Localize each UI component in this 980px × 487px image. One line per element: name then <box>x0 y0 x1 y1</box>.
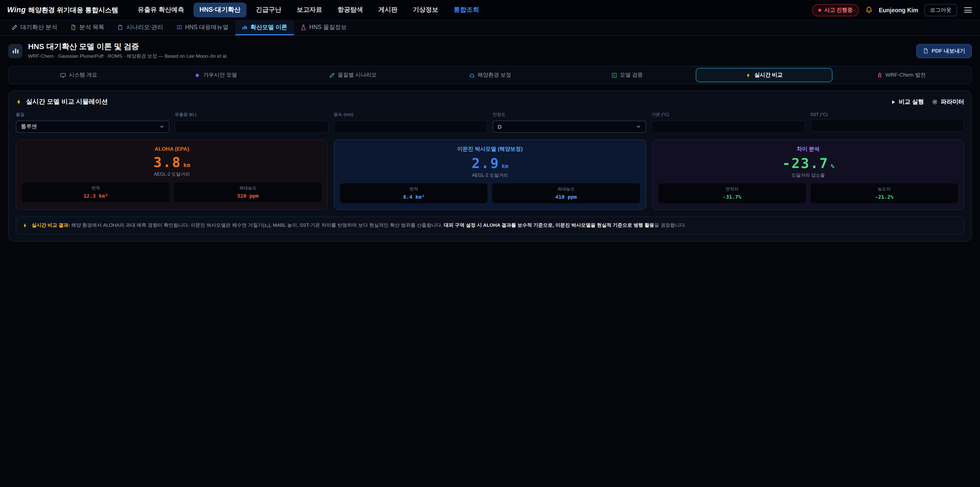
notification-bell-icon[interactable] <box>865 6 873 14</box>
section-tab-label: WRF-Chem 발전 <box>885 72 926 79</box>
rocket-icon <box>877 72 882 78</box>
note-text: 실시간 비교 결과: 해양 환경에서 ALOHA의 과대 예측 경향이 확인됩니… <box>32 222 686 229</box>
check-square-icon <box>611 72 617 78</box>
field-stability: 안정도 D <box>493 112 646 133</box>
simulation-title-row: 실시간 모델 비교 시뮬레이션 <box>16 97 108 106</box>
subnav-tab-label: 시나리오 관리 <box>126 24 163 31</box>
simulation-parameter-form: 물질 톨루엔 유출량 (kL) 풍속 (m/s) 안정도 D <box>16 112 964 133</box>
result-card-caption: AEGL-2 도달거리 <box>22 171 322 178</box>
section-tab-label: 가우시안 모델 <box>204 72 237 79</box>
field-wind-speed: 풍속 (m/s) <box>334 112 487 133</box>
metric-label: 농도차 <box>813 187 956 193</box>
cloud-icon <box>469 72 474 78</box>
stability-select[interactable]: D <box>493 121 646 133</box>
value-unit: km <box>502 163 509 169</box>
topnav-right-cluster: 사고 진행중 Eunjeong Kim 로그아웃 <box>812 4 973 16</box>
subnav-tab-analysis-list[interactable]: 분석 목록 <box>64 21 111 35</box>
value-number: 3.8 <box>153 154 181 170</box>
metric-label: 면적 <box>342 187 486 193</box>
gear-icon <box>932 99 938 105</box>
air-temperature-input[interactable] <box>652 121 805 133</box>
section-tab-label: 해양환경 보정 <box>477 72 511 79</box>
metric-max-concentration: 최대농도 410 ppm <box>492 184 640 203</box>
subnav-tab-diffusion-model-theory[interactable]: 확산모델 이론 <box>235 21 294 35</box>
metric-label: 최대농도 <box>494 187 638 193</box>
result-card-title: 차이 분석 <box>658 145 958 153</box>
nav-item-emergency-rescue[interactable]: 긴급구난 <box>250 3 288 18</box>
nav-item-reports[interactable]: 보고자료 <box>291 3 328 18</box>
top-navigation-bar: Wing 해양환경 위기대응 통합시스템 유출유 확산예측 HNS·대기확산 긴… <box>0 0 980 21</box>
nav-item-oil-diffusion[interactable]: 유출유 확산예측 <box>132 3 190 18</box>
value-number: -23.7 <box>782 155 829 171</box>
logout-button[interactable]: 로그아웃 <box>924 4 957 16</box>
run-comparison-button[interactable]: 비교 실행 <box>891 98 924 106</box>
result-card-value: 3.8km <box>22 154 322 170</box>
metric-area-difference: 면적차 -31.7% <box>658 184 806 203</box>
field-substance: 물질 톨루엔 <box>16 112 170 133</box>
section-tab-wrf-chem[interactable]: WRF-Chem 발전 <box>833 68 970 82</box>
field-sst: SST (°C) <box>810 112 964 133</box>
note-body-1: 해양 환경에서 ALOHA의 과대 예측 경향이 확인됩니다. 이문진 박사모델… <box>70 222 444 228</box>
nav-item-integrated-search[interactable]: 통합조회 <box>448 3 485 18</box>
field-air-temperature: 기온 (°C) <box>652 112 805 133</box>
nav-item-board[interactable]: 게시판 <box>372 3 404 18</box>
metric-label: 면적 <box>24 185 167 192</box>
section-tab-system-overview[interactable]: 시스템 개요 <box>10 68 147 82</box>
brand[interactable]: Wing 해양환경 위기대응 통합시스템 <box>7 5 118 14</box>
metric-row: 면적차 -31.7% 농도차 -21.2% <box>658 184 958 203</box>
subnav-tab-hns-manual[interactable]: HNS 대응매뉴얼 <box>170 21 235 35</box>
section-tab-model-validation[interactable]: 모델 검증 <box>558 68 696 82</box>
subnav-tab-label: 확산모델 이론 <box>250 24 287 31</box>
chevron-down-icon <box>159 124 165 129</box>
section-tab-label: 실시간 비교 <box>754 72 783 79</box>
clipboard-icon <box>118 24 123 30</box>
app-root: Wing 해양환경 위기대응 통합시스템 유출유 확산예측 HNS·대기확산 긴… <box>0 0 980 487</box>
section-tab-marine-correction[interactable]: 해양환경 보정 <box>422 68 558 82</box>
subnav-tab-hns-substance-info[interactable]: HNS 물질정보 <box>294 21 353 35</box>
model-result-grid: ALOHA (EPA) 3.8km AEGL-2 도달거리 면적 12.3 km… <box>16 139 964 210</box>
subnav-tab-label: 분석 목록 <box>79 24 104 31</box>
spill-volume-input[interactable] <box>175 121 329 133</box>
metric-value: 12.3 km² <box>24 193 167 199</box>
metric-label: 면적차 <box>660 187 803 193</box>
note-bold-recommendation: 대피 구역 설정 시 ALOHA 결과를 보수적 기준으로, 이문진 박사모델을… <box>444 222 654 228</box>
parameters-button[interactable]: 파라미터 <box>932 98 964 106</box>
nav-item-hns-atmospheric[interactable]: HNS·대기확산 <box>193 3 247 18</box>
nav-item-aerial-search[interactable]: 항공탐색 <box>331 3 369 18</box>
document-icon <box>70 24 76 30</box>
result-card-title: 이문진 박사모델 (해양보정) <box>340 145 640 153</box>
user-name: Eunjeong Kim <box>879 7 918 13</box>
section-tab-substance-scenarios[interactable]: 물질별 시나리오 <box>284 68 422 82</box>
pdf-export-button[interactable]: PDF 내보내기 <box>916 44 972 58</box>
metric-label: 최대농도 <box>176 185 320 192</box>
metric-value: -21.2% <box>813 194 956 200</box>
lightning-icon <box>16 99 22 105</box>
result-card-aloha: ALOHA (EPA) 3.8km AEGL-2 도달거리 면적 12.3 km… <box>16 139 328 210</box>
nav-item-weather-info[interactable]: 기상정보 <box>407 3 445 18</box>
circle-icon <box>195 72 200 78</box>
section-tab-gaussian-model[interactable]: 가우시안 모델 <box>147 68 284 82</box>
subnav-tab-scenario-management[interactable]: 시나리오 관리 <box>111 21 170 35</box>
substance-select[interactable]: 톨루엔 <box>16 121 170 133</box>
pencil-icon <box>329 72 334 78</box>
result-card-value: -23.7% <box>658 155 958 171</box>
metric-row: 면적 12.3 km² 최대농도 520 ppm <box>22 182 322 202</box>
sst-input[interactable] <box>810 120 964 132</box>
metric-concentration-difference: 농도차 -21.2% <box>811 184 958 203</box>
pencil-icon <box>12 24 18 30</box>
stability-select-value: D <box>498 124 501 130</box>
incident-status-badge[interactable]: 사고 진행중 <box>812 4 859 16</box>
hamburger-menu-icon[interactable] <box>963 5 973 15</box>
metric-value: -31.7% <box>660 194 803 200</box>
section-tab-realtime-comparison[interactable]: 실시간 비교 <box>696 68 833 82</box>
metric-max-concentration: 최대농도 520 ppm <box>174 182 321 202</box>
simulation-header: 실시간 모델 비교 시뮬레이션 비교 실행 파라미터 <box>16 97 964 106</box>
incident-badge-label: 사고 진행중 <box>824 6 853 14</box>
wind-speed-input[interactable] <box>334 121 487 133</box>
monitor-icon <box>60 72 66 78</box>
flask-icon <box>301 24 306 30</box>
result-card-difference: 차이 분석 -23.7% 도달거리 감소율 면적차 -31.7% 농도차 -21… <box>652 139 964 210</box>
value-unit: % <box>831 163 834 169</box>
lightning-icon <box>746 72 751 78</box>
subnav-tab-atmospheric-analysis[interactable]: 대기확산 분석 <box>5 21 64 35</box>
